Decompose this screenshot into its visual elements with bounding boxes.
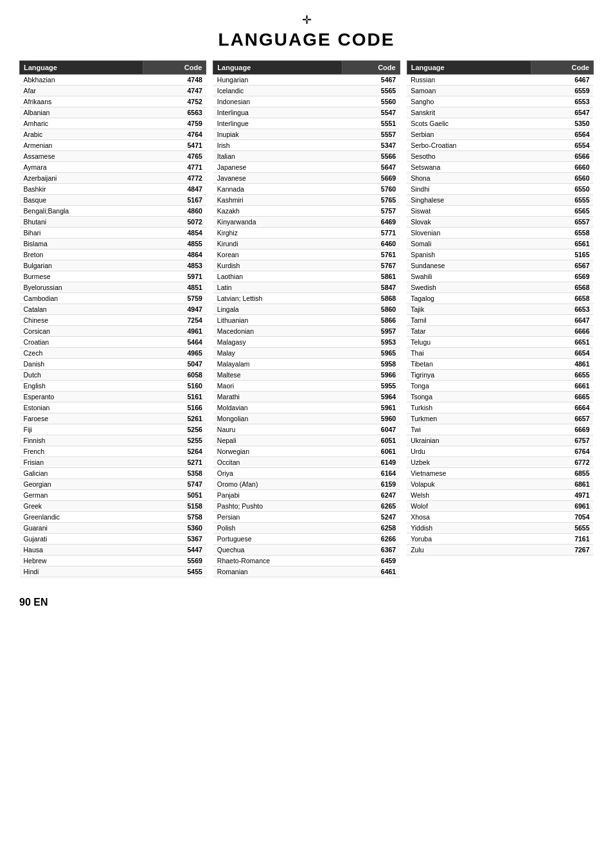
language-name: Samoan: [407, 86, 531, 96]
table-row: Romanian6461: [213, 566, 400, 577]
table-row: Icelandic5565: [213, 86, 400, 96]
language-name: Maori: [213, 381, 342, 392]
language-code: 4860: [143, 206, 206, 217]
language-code: 6961: [531, 501, 593, 512]
language-name: Afrikaans: [20, 96, 143, 107]
language-code: 6561: [531, 239, 593, 249]
language-name: Macedonian: [213, 326, 342, 337]
table-row: Swahili6569: [407, 271, 593, 282]
table-row: Kirghiz5771: [213, 228, 400, 239]
language-table-0: LanguageCodeAbkhazian4748Afar4747Afrikaa…: [19, 60, 206, 577]
language-code: 5166: [143, 402, 206, 413]
language-name: Japanese: [213, 162, 342, 173]
language-name: Fiji: [20, 424, 143, 435]
page-title: LANGUAGE CODE: [19, 30, 594, 50]
table-row: Amharic4759: [20, 118, 206, 129]
language-code: 6647: [531, 315, 593, 326]
language-name: Moldavian: [213, 402, 342, 413]
language-code: 5455: [143, 566, 206, 577]
language-name: Sanskrit: [407, 107, 531, 118]
language-name: German: [20, 490, 143, 501]
table-row: Hungarian5467: [213, 75, 400, 86]
language-code: 5669: [342, 173, 400, 184]
table-row: Galician5358: [20, 468, 206, 479]
table-row: Telugu6651: [407, 337, 593, 348]
language-name: Amharic: [20, 118, 143, 129]
language-name: Hungarian: [213, 75, 342, 86]
language-name: Cambodian: [20, 293, 143, 304]
language-code: 6651: [531, 337, 593, 348]
table-row: Hindi5455: [20, 566, 206, 577]
language-name: Bengali;Bangla: [20, 206, 143, 217]
language-name: Bislama: [20, 239, 143, 249]
table-row: Slovenian6558: [407, 228, 593, 239]
table-row: Pashto; Pushto6265: [213, 501, 400, 512]
table-row: Thai6654: [407, 348, 593, 359]
table-row: Sundanese6567: [407, 260, 593, 271]
table-row: Guarani5360: [20, 523, 206, 534]
language-name: Bashkir: [20, 184, 143, 195]
language-name: Danish: [20, 359, 143, 370]
language-code: 5471: [143, 140, 206, 151]
table-row: Tatar6666: [407, 326, 593, 337]
table-row: Tamil6647: [407, 315, 593, 326]
language-name: Maltese: [213, 370, 342, 381]
language-code: 6547: [531, 107, 593, 118]
table-row: Rhaeto-Romance6459: [213, 556, 400, 566]
language-code: 5072: [143, 217, 206, 228]
language-code: 5767: [342, 260, 400, 271]
table-row: Xhosa7054: [407, 512, 593, 523]
table-row: Nauru6047: [213, 424, 400, 435]
language-name: Basque: [20, 195, 143, 206]
language-name: Tonga: [407, 381, 531, 392]
table-row: Bhutani5072: [20, 217, 206, 228]
language-code: 5557: [342, 129, 400, 140]
language-code: 6459: [342, 556, 400, 566]
language-code: 5565: [342, 86, 400, 96]
table-row: Panjabi6247: [213, 490, 400, 501]
language-name: Rhaeto-Romance: [213, 556, 342, 566]
table-row: Maltese5966: [213, 370, 400, 381]
language-name: Panjabi: [213, 490, 342, 501]
table-row: Serbo-Croatian6554: [407, 140, 593, 151]
table-row: Greenlandic5758: [20, 512, 206, 523]
language-code: 5955: [342, 381, 400, 392]
language-code: 6666: [531, 326, 593, 337]
language-name: Swahili: [407, 271, 531, 282]
language-code: 5247: [342, 512, 400, 523]
col-header-code-1: Code: [342, 61, 400, 75]
language-code: 6660: [531, 162, 593, 173]
table-row: Welsh4971: [407, 490, 593, 501]
language-code: 5367: [143, 534, 206, 545]
language-name: Slovak: [407, 217, 531, 228]
language-code: 5167: [143, 195, 206, 206]
table-row: Aymara4771: [20, 162, 206, 173]
language-name: Burmese: [20, 271, 143, 282]
table-row: Dutch6058: [20, 370, 206, 381]
language-name: Sangho: [407, 96, 531, 107]
language-code: 5360: [143, 523, 206, 534]
language-name: Frisian: [20, 457, 143, 468]
table-row: Abkhazian4748: [20, 75, 206, 86]
col-header-code-0: Code: [143, 61, 206, 75]
language-name: Tajik: [407, 304, 531, 315]
language-code: 6661: [531, 381, 593, 392]
language-name: Kurdish: [213, 260, 342, 271]
language-code: 5847: [342, 282, 400, 293]
language-code: 6567: [531, 260, 593, 271]
table-row: Bulgarian4853: [20, 260, 206, 271]
language-name: Kazakh: [213, 206, 342, 217]
language-code: 6051: [342, 435, 400, 446]
language-code: 5958: [342, 359, 400, 370]
table-row: Azerbaijani4772: [20, 173, 206, 184]
table-row: Persian5247: [213, 512, 400, 523]
table-row: Russian6467: [407, 75, 593, 86]
table-row: English5160: [20, 381, 206, 392]
language-code: 4947: [143, 304, 206, 315]
language-name: French: [20, 446, 143, 457]
table-row: French5264: [20, 446, 206, 457]
table-row: Portuguese6266: [213, 534, 400, 545]
table-row: Basque5167: [20, 195, 206, 206]
language-code: 5165: [531, 249, 593, 260]
language-code: 6469: [342, 217, 400, 228]
